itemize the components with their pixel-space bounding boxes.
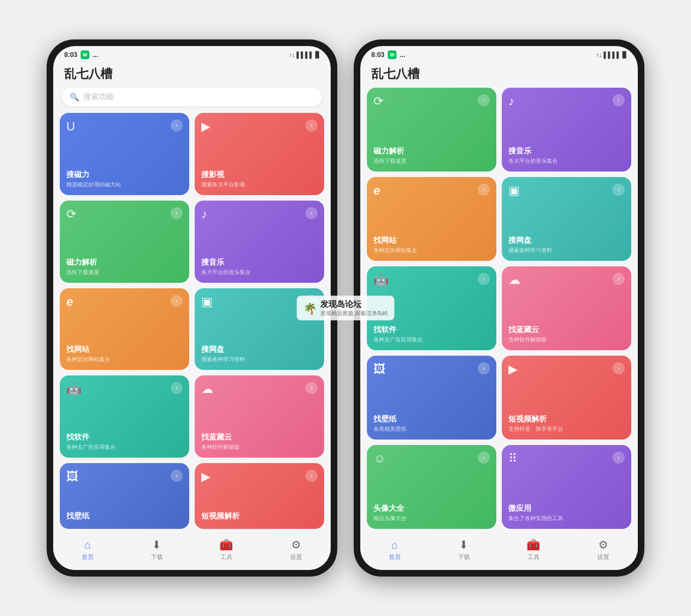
card-soyinyue[interactable]: ♪ › 搜音乐 各大平台的音乐集合 [195, 201, 324, 283]
card-subtitle-duanshipin-2: 支持抖音、快手等平台 [508, 425, 625, 433]
card-zhaobizhi-2[interactable]: 🖼 › 找壁纸 各美精美壁纸 [367, 356, 496, 440]
card-zhouwangzhan-2[interactable]: e › 找网站 各种定向网站集合 [367, 177, 496, 261]
card-souwangpan[interactable]: ▣ › 搜网盘 搜索各种学习资料 [195, 288, 324, 370]
bottom-nav-1: ⌂ 首页 ⬇ 下载 🧰 工具 ⚙ 设置 [53, 533, 331, 570]
card-title-soyinyue: 搜音乐 [201, 258, 318, 267]
nav-label-download-1: 下载 [151, 553, 163, 561]
card-icon-souyingshi: ▶ [201, 119, 211, 134]
card-title-souwangpan: 搜网盘 [201, 345, 318, 355]
card-soyinyue-2[interactable]: ♪ › 搜音乐 各大平台的音乐集合 [502, 88, 631, 172]
card-zhouwangzhan[interactable]: e › 找网站 各种定向网站集合 [60, 288, 189, 370]
card-title-zhaolanyun: 找蓝藏云 [201, 432, 318, 442]
card-arrow-cilixiexi-2: › [478, 94, 490, 106]
nav-home-2[interactable]: ⌂ 首页 [389, 539, 401, 561]
card-title-zhaobizhi: 找壁纸 [66, 511, 183, 521]
nav-tools-1[interactable]: 🧰 工具 [219, 538, 233, 561]
card-soucili[interactable]: U › 搜磁力 精选稳定好用的磁力站 [60, 113, 189, 195]
card-souyingshi[interactable]: ▶ › 搜影视 搜索各大平台影视 [195, 113, 324, 195]
nav-settings-2[interactable]: ⚙ 设置 [597, 538, 609, 561]
card-arrow-weiyingyong-2: › [613, 452, 625, 464]
page-title-2: 乱七八槽 [360, 61, 638, 88]
settings-icon-2: ⚙ [598, 538, 608, 551]
card-zhaolanyun-2[interactable]: ☁ › 找蓝藏云 含种软件解锁版 [502, 266, 631, 350]
card-arrow-zhaolanyun: › [305, 382, 318, 394]
card-zhaobizhi[interactable]: 🖼 › 找壁纸 [60, 463, 189, 529]
card-icon-zhouwangzhan-2: e [373, 184, 380, 198]
card-zharuanjian[interactable]: 🤖 › 找软件 各种去广告应用集合 [60, 375, 189, 458]
card-subtitle-souwangpan: 搜索各种学习资料 [201, 356, 318, 363]
card-subtitle-touxiang-2: 精品头像大合 [373, 515, 490, 522]
card-cilixiexi[interactable]: ⟳ › 磁力解析 迅快下载速度 [60, 201, 189, 283]
card-title-zharuanjian-2: 找软件 [373, 325, 490, 335]
card-arrow-touxiang-2: › [478, 452, 490, 464]
nav-label-download-2: 下载 [458, 553, 470, 561]
card-subtitle-cilixiexi: 迅快下载速度 [66, 269, 183, 276]
nav-download-2[interactable]: ⬇ 下载 [458, 538, 470, 561]
card-arrow-duanshipin: › [305, 470, 318, 482]
bottom-nav-2: ⌂ 首页 ⬇ 下载 🧰 工具 ⚙ 设置 [360, 533, 638, 570]
card-subtitle-zharuanjian-2: 各种去广告应用集合 [373, 336, 490, 344]
card-title-touxiang-2: 头像大全 [373, 504, 490, 514]
nav-home-1[interactable]: ⌂ 首页 [82, 539, 94, 561]
card-icon-zhaolanyun-2: ☁ [508, 273, 520, 287]
search-placeholder-1: 搜索功能 [83, 92, 114, 102]
home-icon-1: ⌂ [84, 539, 91, 551]
page-title-1: 乱七八槽 [53, 61, 331, 88]
card-icon-cilixiexi-2: ⟳ [373, 94, 383, 109]
card-icon-zhouwangzhan: e [66, 295, 73, 309]
card-icon-zhaolanyun: ☁ [201, 382, 213, 396]
nav-label-tools-1: 工具 [220, 553, 233, 561]
card-title-soyinyue-2: 搜音乐 [508, 146, 625, 156]
status-right-1: ↑↓ ▌▌▌▌ ▊ [289, 52, 320, 59]
card-icon-touxiang-2: ☺ [373, 452, 386, 466]
card-duanshipin-2[interactable]: ▶ › 短视频解析 支持抖音、快手等平台 [502, 356, 631, 440]
phone-1: 8:03 W ... ↑↓ ▌▌▌▌ ▊ 乱七八槽 🔍 搜索功能 U › 搜磁力… [47, 39, 337, 577]
card-title-zhaobizhi-2: 找壁纸 [373, 414, 490, 424]
nav-tools-2[interactable]: 🧰 工具 [526, 538, 540, 561]
card-title-zhouwangzhan: 找网站 [66, 345, 183, 355]
card-title-zhaolanyun-2: 找蓝藏云 [508, 325, 625, 335]
card-arrow-zhaobizhi: › [171, 470, 183, 482]
card-zharuanjian-2[interactable]: 🤖 › 找软件 各种去广告应用集合 [367, 266, 496, 350]
card-arrow-zharuanjian: › [171, 382, 183, 394]
battery-2: ▊ [622, 52, 627, 59]
card-arrow-souwangpan: › [305, 295, 318, 307]
card-arrow-soyinyue-2: › [613, 94, 625, 106]
card-title-souwangpan-2: 搜网盘 [508, 236, 625, 246]
card-arrow-souwangpan-2: › [613, 184, 625, 196]
card-icon-zharuanjian: 🤖 [66, 382, 81, 396]
signal-1: ↑↓ ▌▌▌▌ [289, 52, 314, 58]
nav-settings-1[interactable]: ⚙ 设置 [290, 538, 302, 561]
status-bar-1: 8:03 W ... ↑↓ ▌▌▌▌ ▊ [53, 46, 331, 61]
dots-2: ... [400, 51, 405, 59]
signal-2: ↑↓ ▌▌▌▌ [596, 52, 621, 58]
card-subtitle-weiyingyong-2: 集合了各种实用的工具 [508, 515, 625, 522]
phone-2: 8:03 W ... ↑↓ ▌▌▌▌ ▊ 乱七八槽 ⟳ › 磁力解析 迅快下载速… [354, 39, 644, 577]
card-touxiang-2[interactable]: ☺ › 头像大全 精品头像大合 [367, 445, 496, 529]
card-subtitle-souyingshi: 搜索各大平台影视 [201, 181, 318, 189]
card-zhaolanyun[interactable]: ☁ › 找蓝藏云 各种软件解锁版 [195, 375, 324, 458]
card-icon-soucili: U [66, 119, 75, 134]
nav-download-1[interactable]: ⬇ 下载 [151, 538, 163, 561]
card-arrow-cilixiexi: › [171, 207, 183, 219]
card-subtitle-zharuanjian: 各种去广告应用集合 [66, 443, 183, 451]
card-cilixiexi-2[interactable]: ⟳ › 磁力解析 迅快下载速度 [367, 88, 496, 172]
card-subtitle-zhaobizhi-2: 各美精美壁纸 [373, 425, 490, 433]
card-subtitle-soucili: 精选稳定好用的磁力站 [66, 181, 183, 189]
card-souwangpan-2[interactable]: ▣ › 搜网盘 搜索各种学习资料 [502, 177, 631, 261]
card-arrow-soucili: › [171, 119, 183, 132]
card-title-weiyingyong-2: 微应用 [508, 504, 625, 514]
card-weiyingyong-2[interactable]: ⠿ › 微应用 集合了各种实用的工具 [502, 445, 631, 529]
card-title-zhouwangzhan-2: 找网站 [373, 236, 490, 246]
card-title-soucili: 搜磁力 [66, 170, 183, 180]
card-icon-weiyingyong-2: ⠿ [508, 452, 517, 466]
card-icon-zhaobizhi: 🖼 [66, 470, 78, 484]
card-duanshipin[interactable]: ▶ › 短视频解析 [195, 463, 324, 529]
card-subtitle-zhaolanyun-2: 含种软件解锁版 [508, 336, 625, 344]
card-icon-souwangpan-2: ▣ [508, 184, 520, 198]
wechat-icon-2: W [388, 50, 397, 59]
search-bar-1[interactable]: 🔍 搜索功能 [62, 88, 322, 106]
card-title-duanshipin: 短视频解析 [201, 511, 318, 521]
card-arrow-souyingshi: › [305, 119, 318, 132]
card-subtitle-soyinyue-2: 各大平台的音乐集合 [508, 157, 625, 165]
